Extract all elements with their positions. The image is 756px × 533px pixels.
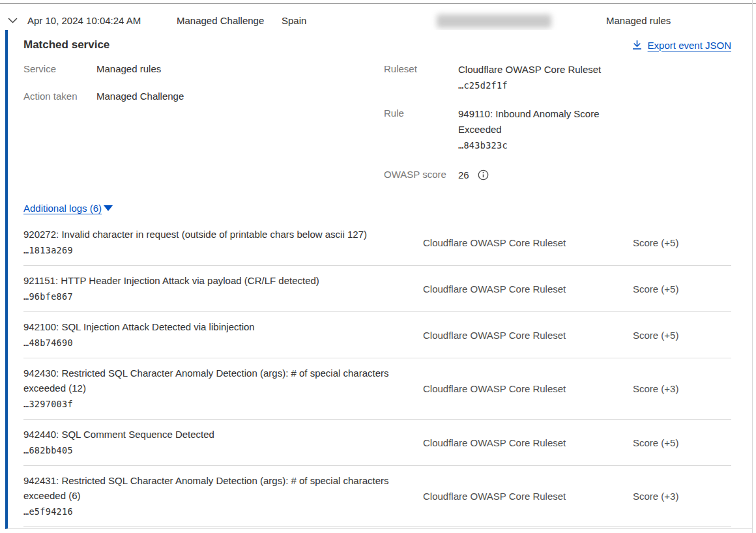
log-description-cell: 942100: SQL Injection Attack Detected vi… bbox=[23, 319, 423, 351]
triangle-down-icon bbox=[104, 205, 113, 211]
log-description-cell: 942430: Restricted SQL Character Anomaly… bbox=[23, 366, 423, 412]
log-rule-id-hash: …682bb405 bbox=[23, 442, 410, 458]
action-taken-row: Action taken Managed Challenge bbox=[23, 89, 384, 104]
log-row: 921151: HTTP Header Injection Attack via… bbox=[23, 266, 731, 312]
rule-row: Rule 949110: Inbound Anomaly Score Excee… bbox=[384, 106, 731, 153]
rule-id-hash: …843b323c bbox=[458, 137, 618, 153]
details-left-column: Service Managed rules Action taken Manag… bbox=[23, 62, 384, 195]
event-action-taken: Managed Challenge bbox=[177, 15, 264, 26]
owasp-score-label: OWASP score bbox=[384, 167, 458, 182]
matched-service-details: Service Managed rules Action taken Manag… bbox=[23, 62, 731, 195]
event-timestamp: Apr 10, 2024 10:04:24 AM bbox=[27, 15, 141, 26]
export-link-label: Export event JSON bbox=[648, 40, 731, 51]
ruleset-label: Ruleset bbox=[384, 62, 458, 93]
table-right-divider bbox=[752, 0, 753, 533]
chevron-down-icon[interactable] bbox=[8, 15, 21, 25]
log-score-cell: Score (+5) bbox=[633, 330, 731, 341]
log-score-cell: Score (+3) bbox=[633, 491, 731, 502]
log-score-cell: Score (+5) bbox=[633, 283, 731, 295]
ruleset-name: Cloudflare OWASP Core Ruleset bbox=[458, 64, 601, 75]
panel-header: Matched service Export event JSON bbox=[23, 38, 731, 51]
action-taken-label: Action taken bbox=[23, 89, 96, 104]
additional-logs-toggle[interactable]: Additional logs (6) bbox=[23, 203, 113, 214]
additional-logs-label: Additional logs (6) bbox=[23, 203, 102, 214]
ruleset-id-hash: …c25d2f1f bbox=[458, 78, 618, 93]
service-label: Service bbox=[23, 62, 96, 76]
additional-logs-list: 920272: Invalid character in request (ou… bbox=[23, 220, 731, 527]
info-circle-icon[interactable] bbox=[478, 169, 489, 180]
log-rule-id-hash: …e5f94216 bbox=[23, 504, 410, 519]
log-description-cell: 921151: HTTP Header Injection Attack via… bbox=[23, 273, 423, 304]
log-score-cell: Score (+5) bbox=[633, 237, 731, 248]
log-score-cell: Score (+5) bbox=[633, 437, 731, 448]
log-rule-id-hash: …96bfe867 bbox=[23, 289, 410, 304]
download-icon bbox=[632, 40, 642, 50]
log-rule-description: 920272: Invalid character in request (ou… bbox=[23, 229, 367, 240]
export-event-json-link[interactable]: Export event JSON bbox=[632, 40, 731, 51]
ruleset-value: Cloudflare OWASP Core Ruleset …c25d2f1f bbox=[458, 62, 618, 93]
rule-name: 949110: Inbound Anomaly Score Exceeded bbox=[458, 108, 600, 135]
log-score-cell: Score (+3) bbox=[633, 383, 731, 394]
service-value: Managed rules bbox=[96, 62, 161, 76]
log-ruleset-cell: Cloudflare OWASP Core Ruleset bbox=[423, 437, 633, 448]
log-rule-description: 942430: Restricted SQL Character Anomaly… bbox=[23, 367, 389, 394]
details-right-column: Ruleset Cloudflare OWASP Core Ruleset …c… bbox=[384, 62, 731, 195]
log-ruleset-cell: Cloudflare OWASP Core Ruleset bbox=[423, 383, 633, 394]
log-row: 942431: Restricted SQL Character Anomaly… bbox=[23, 466, 731, 527]
log-row: 920272: Invalid character in request (ou… bbox=[23, 220, 731, 266]
log-rule-description: 942440: SQL Comment Sequence Detected bbox=[23, 429, 214, 440]
event-country: Spain bbox=[282, 15, 306, 26]
log-ruleset-cell: Cloudflare OWASP Core Ruleset bbox=[423, 237, 633, 248]
log-description-cell: 942431: Restricted SQL Character Anomaly… bbox=[23, 473, 423, 519]
log-ruleset-cell: Cloudflare OWASP Core Ruleset bbox=[423, 283, 633, 295]
rule-value: 949110: Inbound Anomaly Score Exceeded …… bbox=[458, 106, 618, 153]
log-ruleset-cell: Cloudflare OWASP Core Ruleset bbox=[423, 330, 633, 341]
log-description-cell: 920272: Invalid character in request (ou… bbox=[23, 227, 423, 258]
log-row: 942100: SQL Injection Attack Detected vi… bbox=[23, 312, 731, 358]
event-service: Managed rules bbox=[606, 15, 671, 26]
log-rule-description: 942431: Restricted SQL Character Anomaly… bbox=[23, 475, 389, 501]
owasp-score-value: 26 bbox=[458, 169, 469, 180]
log-rule-id-hash: …1813a269 bbox=[23, 242, 410, 258]
rule-label: Rule bbox=[384, 106, 458, 153]
action-taken-value: Managed Challenge bbox=[96, 89, 184, 104]
log-description-cell: 942440: SQL Comment Sequence Detected …6… bbox=[23, 427, 423, 458]
log-rule-description: 942100: SQL Injection Attack Detected vi… bbox=[23, 321, 255, 332]
owasp-score-row: OWASP score 26 bbox=[384, 167, 731, 182]
log-rule-id-hash: …48b74690 bbox=[23, 335, 410, 351]
panel-title: Matched service bbox=[23, 38, 109, 51]
event-row-header[interactable]: Apr 10, 2024 10:04:24 AM Managed Challen… bbox=[0, 4, 752, 30]
log-ruleset-cell: Cloudflare OWASP Core Ruleset bbox=[423, 491, 633, 502]
log-rule-description: 921151: HTTP Header Injection Attack via… bbox=[23, 275, 319, 286]
log-row: 942430: Restricted SQL Character Anomaly… bbox=[23, 358, 731, 420]
redacted-host-value bbox=[437, 14, 551, 28]
security-event-detail-screen: Apr 10, 2024 10:04:24 AM Managed Challen… bbox=[0, 0, 756, 533]
ruleset-row: Ruleset Cloudflare OWASP Core Ruleset …c… bbox=[384, 62, 731, 93]
matched-service-panel: Matched service Export event JSON Servic… bbox=[5, 30, 752, 529]
log-rule-id-hash: …3297003f bbox=[23, 396, 410, 412]
log-row: 942440: SQL Comment Sequence Detected …6… bbox=[23, 420, 731, 466]
service-row: Service Managed rules bbox=[23, 62, 384, 76]
